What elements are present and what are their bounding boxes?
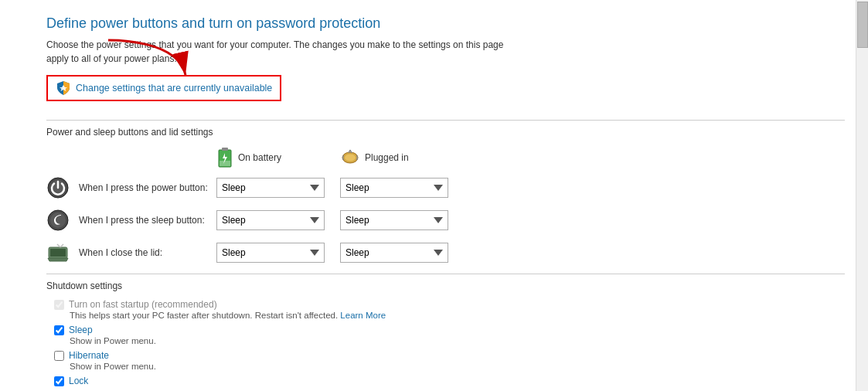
hibernate-sublabel: Show in Power menu. (70, 362, 845, 371)
sleep-checkbox[interactable] (54, 325, 64, 335)
svg-point-6 (345, 155, 356, 162)
page-title: Define power buttons and turn on passwor… (46, 15, 845, 32)
on-battery-header: On battery (216, 147, 340, 168)
hibernate-checkbox-row: Hibernate (54, 350, 845, 361)
lid-icon (46, 241, 70, 264)
fast-startup-row: Turn on fast startup (recommended) (54, 299, 845, 310)
plugged-in-label: Plugged in (365, 152, 409, 163)
sleep-button-row: When I press the sleep button: Sleep Do … (46, 209, 845, 232)
power-button-label: When I press the power button: (79, 182, 216, 193)
fast-startup-sublabel: This helps start your PC faster after sh… (70, 311, 845, 320)
svg-rect-4 (220, 161, 230, 166)
plugged-in-icon (340, 149, 360, 166)
section-divider-1 (46, 120, 845, 121)
fast-startup-checkbox[interactable] (54, 300, 64, 310)
sleep-item: Sleep Show in Power menu. (54, 325, 845, 345)
sleep-button-plugged-select[interactable]: Sleep Do nothing Hibernate Shut down Tur… (340, 210, 448, 230)
hibernate-label: Hibernate (69, 350, 109, 361)
svg-rect-3 (222, 148, 228, 151)
scrollbar[interactable] (856, 0, 868, 391)
svg-point-12 (50, 212, 66, 228)
column-headers: On battery Plugged in (216, 147, 845, 168)
power-button-dropdowns: Sleep Do nothing Hibernate Shut down Tur… (216, 178, 464, 198)
sleep-button-icon (46, 209, 70, 232)
page-description: Choose the power settings that you want … (46, 38, 510, 66)
close-lid-label: When I close the lid: (79, 247, 216, 258)
hibernate-item: Hibernate Show in Power menu. (54, 350, 845, 371)
hibernate-checkbox[interactable] (54, 351, 64, 361)
uac-shield-icon (56, 80, 71, 96)
lock-checkbox-row: Lock (54, 376, 845, 386)
content-area: Define power buttons and turn on passwor… (0, 0, 868, 391)
power-button-battery-select[interactable]: Sleep Do nothing Hibernate Shut down Tur… (216, 178, 325, 198)
power-button-row: When I press the power button: Sleep Do … (46, 176, 845, 199)
lock-item: Lock (54, 376, 845, 386)
lock-label: Lock (69, 376, 88, 386)
shutdown-section-label: Shutdown settings (46, 280, 845, 291)
power-button-plugged-select[interactable]: Sleep Do nothing Hibernate Shut down Tur… (340, 178, 448, 198)
plugged-in-header: Plugged in (340, 149, 464, 166)
close-lid-plugged-select[interactable]: Sleep Do nothing Hibernate Shut down Tur… (340, 243, 448, 263)
change-settings-link[interactable]: Change settings that are currently unava… (76, 83, 272, 94)
sleep-button-battery-select[interactable]: Sleep Do nothing Hibernate Shut down Tur… (216, 210, 325, 230)
fast-startup-description: This helps start your PC faster after sh… (70, 311, 338, 320)
sleep-button-label: When I press the sleep button: (79, 215, 216, 226)
close-lid-battery-select[interactable]: Sleep Do nothing Hibernate Shut down Tur… (216, 243, 325, 263)
main-window: Define power buttons and turn on passwor… (0, 0, 868, 391)
sleep-button-dropdowns: Sleep Do nothing Hibernate Shut down Tur… (216, 210, 464, 230)
section-divider-2 (46, 274, 845, 274)
sleep-sublabel: Show in Power menu. (70, 336, 845, 345)
fast-startup-item: Turn on fast startup (recommended) This … (54, 299, 845, 320)
scrollbar-thumb[interactable] (857, 2, 868, 48)
power-sleep-section-label: Power and sleep buttons and lid settings (46, 127, 845, 138)
battery-icon (216, 147, 233, 168)
fast-startup-learn-more[interactable]: Learn More (340, 311, 386, 320)
sleep-label: Sleep (69, 325, 93, 335)
svg-rect-14 (50, 249, 66, 257)
close-lid-row: When I close the lid: Sleep Do nothing H… (46, 241, 845, 264)
lock-checkbox[interactable] (54, 376, 64, 386)
close-lid-dropdowns: Sleep Do nothing Hibernate Shut down Tur… (216, 243, 464, 263)
fast-startup-label: Turn on fast startup (recommended) (69, 299, 217, 310)
power-button-icon (46, 176, 70, 199)
sleep-checkbox-row: Sleep (54, 325, 845, 335)
change-settings-link-container[interactable]: Change settings that are currently unava… (46, 75, 281, 101)
on-battery-label: On battery (238, 152, 281, 163)
